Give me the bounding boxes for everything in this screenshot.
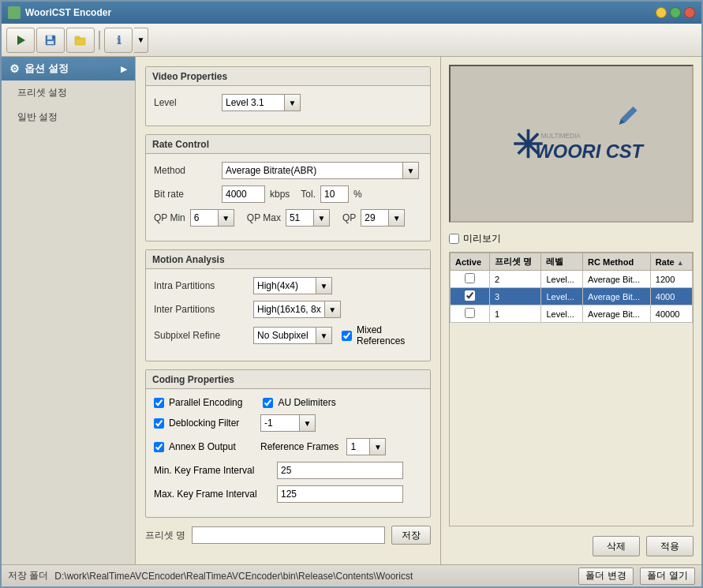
inter-select[interactable]: High(16x16, 8x bbox=[253, 301, 325, 318]
row1-bitrate: 1200 bbox=[650, 271, 692, 288]
preset-name-input[interactable] bbox=[192, 526, 385, 544]
table-row[interactable]: 1 Level... Average Bit... 40000 bbox=[451, 305, 693, 323]
qp-max-arrow[interactable]: ▼ bbox=[314, 209, 330, 227]
toolbar-separator bbox=[99, 31, 100, 50]
qp-min-container: 6 ▼ bbox=[190, 209, 234, 227]
col-level: 레벨 bbox=[541, 253, 583, 271]
window-title: WooriCST Encoder bbox=[25, 7, 111, 18]
max-key-row: Max. Key Frame Interval bbox=[154, 485, 422, 503]
ref-frames-arrow[interactable]: ▼ bbox=[370, 438, 386, 455]
sidebar-arrow-icon: ▶ bbox=[121, 65, 127, 73]
row1-active-checkbox[interactable] bbox=[465, 273, 475, 283]
max-key-input[interactable] bbox=[277, 485, 403, 503]
preset-save-button[interactable]: 저장 bbox=[391, 526, 431, 545]
intra-arrow[interactable]: ▼ bbox=[316, 277, 332, 294]
qp-min-arrow[interactable]: ▼ bbox=[219, 209, 234, 227]
minimize-button[interactable] bbox=[656, 7, 667, 18]
bitrate-label: Bit rate bbox=[154, 189, 217, 200]
mixed-ref-checkbox[interactable] bbox=[342, 331, 352, 341]
qp-container: 29 ▼ bbox=[361, 209, 405, 227]
annex-b-row: Annex B Output Reference Frames 1 ▼ bbox=[154, 438, 422, 455]
level-row: Level Level 3.1 ▼ bbox=[154, 94, 422, 111]
table-row[interactable]: 3 Level... Average Bit... 4000 bbox=[451, 288, 693, 305]
level-select[interactable]: Level 3.1 bbox=[222, 94, 285, 111]
toolbar-dropdown[interactable]: ▼ bbox=[134, 28, 148, 53]
open-button[interactable] bbox=[66, 28, 95, 53]
deblocking-arrow[interactable]: ▼ bbox=[300, 414, 316, 432]
min-key-input[interactable] bbox=[277, 462, 403, 479]
sidebar-header: ⚙ 옵션 설정 ▶ bbox=[2, 57, 135, 81]
au-delimiters-checkbox[interactable] bbox=[263, 398, 273, 408]
svg-rect-6 bbox=[75, 36, 80, 39]
sidebar-item-general[interactable]: 일반 설정 bbox=[2, 105, 135, 129]
inter-arrow[interactable]: ▼ bbox=[325, 301, 341, 318]
svg-rect-5 bbox=[75, 38, 85, 45]
open-folder-button[interactable]: 폴더 열기 bbox=[640, 567, 695, 585]
row3-level: Level... bbox=[541, 305, 583, 323]
intra-row: Intra Partitions High(4x4) ▼ bbox=[154, 277, 422, 294]
qp-arrow[interactable]: ▼ bbox=[389, 209, 405, 227]
preset-name-row: 프리셋 명 저장 bbox=[145, 526, 431, 545]
sidebar-title: 옵션 설정 bbox=[24, 62, 69, 76]
qp-min-label: QP Min bbox=[154, 212, 185, 223]
sidebar-item-preset[interactable]: 프리셋 설정 bbox=[2, 81, 135, 105]
table-row[interactable]: 2 Level... Average Bit... 1200 bbox=[451, 271, 693, 288]
sidebar: ⚙ 옵션 설정 ▶ 프리셋 설정 일반 설정 bbox=[2, 57, 136, 564]
row2-active-checkbox[interactable] bbox=[465, 290, 475, 301]
save-button[interactable] bbox=[36, 28, 65, 53]
method-select-arrow[interactable]: ▼ bbox=[403, 162, 419, 179]
parallel-checkbox[interactable] bbox=[154, 398, 164, 408]
title-controls bbox=[656, 7, 695, 18]
level-select-arrow[interactable]: ▼ bbox=[285, 94, 301, 111]
ref-frames-select[interactable]: 1 bbox=[346, 438, 370, 455]
bottom-buttons: 삭제 적용 bbox=[449, 536, 694, 556]
main-window: WooriCST Encoder ℹ ▼ bbox=[0, 0, 703, 588]
apply-button[interactable]: 적용 bbox=[646, 536, 694, 556]
app-icon bbox=[8, 6, 21, 19]
rate-control-title: Rate Control bbox=[146, 135, 430, 154]
method-select-container: Average Bitrate(ABR) ▼ bbox=[222, 162, 419, 179]
level-label: Level bbox=[154, 97, 217, 108]
qp-min-select[interactable]: 6 bbox=[190, 209, 219, 227]
deblocking-checkbox[interactable] bbox=[154, 418, 164, 429]
annex-b-checkbox[interactable] bbox=[154, 442, 164, 452]
row1-rc: Average Bit... bbox=[583, 271, 651, 288]
min-key-label: Min. Key Frame Interval bbox=[154, 465, 272, 476]
play-button[interactable] bbox=[6, 28, 35, 53]
info-button[interactable]: ℹ bbox=[104, 28, 133, 53]
svg-text:WOORI CST: WOORI CST bbox=[536, 141, 645, 162]
gear-icon: ⚙ bbox=[9, 62, 20, 75]
close-button[interactable] bbox=[684, 7, 695, 18]
deblocking-row: Deblocking Filter -1 ▼ bbox=[154, 414, 422, 432]
min-key-row: Min. Key Frame Interval bbox=[154, 462, 422, 479]
parallel-label: Parallel Encoding bbox=[169, 397, 242, 408]
tol-input[interactable] bbox=[320, 185, 349, 203]
col-active: Active bbox=[451, 253, 490, 271]
subpixel-select[interactable]: No Subpixel bbox=[253, 327, 316, 344]
preview-checkbox[interactable] bbox=[449, 234, 459, 244]
deblocking-select[interactable]: -1 bbox=[260, 414, 300, 432]
change-folder-button[interactable]: 폴더 변경 bbox=[578, 567, 634, 585]
subpixel-arrow[interactable]: ▼ bbox=[316, 327, 332, 344]
title-bar-left: WooriCST Encoder bbox=[8, 6, 111, 19]
bitrate-input[interactable] bbox=[222, 185, 265, 203]
col-rc-method: RC Method bbox=[583, 253, 651, 271]
delete-button[interactable]: 삭제 bbox=[593, 536, 640, 556]
parallel-row: Parallel Encoding AU Delimiters bbox=[154, 397, 422, 408]
row3-active-checkbox[interactable] bbox=[465, 308, 475, 318]
intra-select[interactable]: High(4x4) bbox=[253, 277, 316, 294]
qp-max-select[interactable]: 51 bbox=[286, 209, 314, 227]
deblocking-select-container: -1 ▼ bbox=[260, 414, 316, 432]
maximize-button[interactable] bbox=[670, 7, 681, 18]
col-bitrate[interactable]: Rate ▲ bbox=[650, 253, 692, 271]
row3-rc: Average Bit... bbox=[583, 305, 651, 323]
toolbar: ℹ ▼ bbox=[2, 24, 701, 57]
method-select[interactable]: Average Bitrate(ABR) bbox=[222, 162, 403, 179]
video-properties-title: Video Properties bbox=[146, 67, 430, 86]
inter-row: Inter Partitions High(16x16, 8x ▼ bbox=[154, 301, 422, 318]
row2-rc: Average Bit... bbox=[583, 288, 651, 305]
intra-label: Intra Partitions bbox=[154, 280, 249, 291]
qp-select[interactable]: 29 bbox=[361, 209, 389, 227]
preview-box: MULTIMEDIA WOORI CST bbox=[449, 65, 694, 223]
motion-analysis-section: Motion Analysis Intra Partitions High(4x… bbox=[145, 249, 431, 361]
